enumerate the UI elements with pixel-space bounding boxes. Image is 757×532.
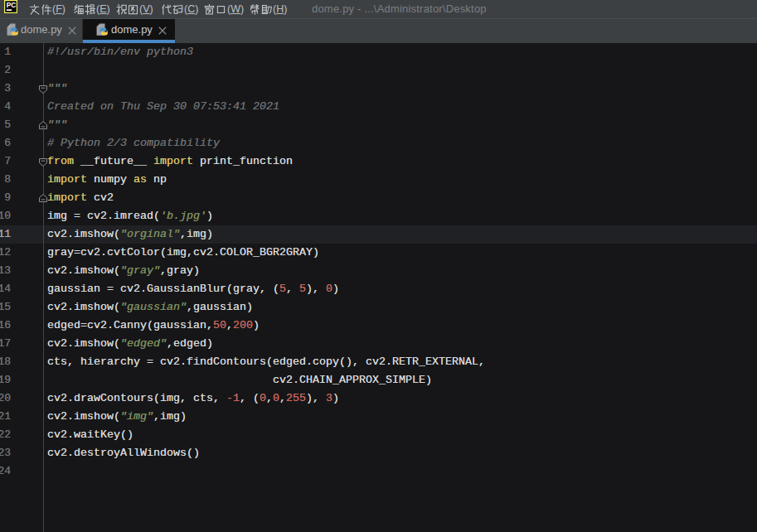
svg-text:PC: PC — [7, 1, 16, 9]
